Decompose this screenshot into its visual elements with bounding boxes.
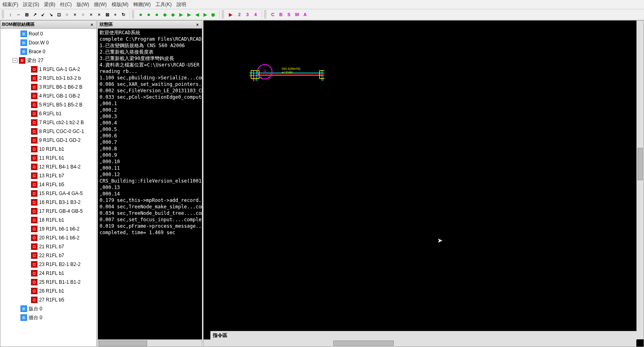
status-line: completed, time= 1.469 sec <box>100 229 200 236</box>
tree-label[interactable]: 24 R1FL b1 <box>39 270 64 276</box>
toolbar-grip[interactable] <box>264 10 266 19</box>
status-scrollbar-horizontal[interactable] <box>98 339 202 347</box>
status-line: ,000.10 <box>100 158 200 165</box>
menu-item[interactable]: 柱(C) <box>60 1 72 8</box>
toolbar-button[interactable]: B <box>277 10 285 19</box>
toolbar-grip[interactable] <box>132 10 134 19</box>
expand-icon[interactable]: − <box>12 58 17 63</box>
tree-label[interactable]: 26 R1FL b1 <box>39 288 64 294</box>
toolbar-button[interactable]: C <box>269 10 277 19</box>
tree-label[interactable]: 14 R1FL b5 <box>39 182 64 187</box>
toolbar-grip[interactable] <box>2 10 4 19</box>
toolbar-grip[interactable] <box>222 10 224 19</box>
toolbar-button[interactable]: ■ <box>137 10 145 19</box>
tree-label[interactable]: 21 R1FL b7 <box>39 244 64 249</box>
tree-label[interactable]: 7 R1FL cb2-1 b2-2 B <box>39 120 84 125</box>
tree-label[interactable]: 牆台 0 <box>29 314 42 321</box>
toolbar-button[interactable]: ▶ <box>185 10 193 19</box>
tree-label[interactable]: 9 R1FL GD-1 GD-2 <box>39 137 81 143</box>
drawing-canvas[interactable]: GD-1(50x70)a=2160GD-2(50x70)a=2160GD-3(5… <box>204 21 324 81</box>
tree-label[interactable]: 18 R1FL b1 <box>39 217 64 223</box>
toolbar-button[interactable]: S <box>285 10 293 19</box>
tree-label[interactable]: 梁台 27 <box>27 57 44 64</box>
menu-item[interactable]: 說明 <box>177 1 186 8</box>
tree-label[interactable]: Door.W 0 <box>29 40 49 46</box>
node-icon: ⊡ <box>31 181 37 188</box>
tree-label[interactable]: 25 R1FL B1-1 B1-2 <box>39 279 81 285</box>
menu-item[interactable]: 牆(W) <box>94 1 106 8</box>
toolbar-button[interactable]: ▶ <box>201 10 209 19</box>
toolbar-button[interactable]: ◆ <box>161 10 169 19</box>
node-icon: ⊡ <box>31 93 37 99</box>
tree-label[interactable]: 2 R1FL b3-1 b3-2 b <box>39 75 81 81</box>
menu-item[interactable]: 版(W) <box>77 1 89 8</box>
tree-label[interactable]: 版台 0 <box>29 305 42 312</box>
play-button[interactable]: ▶ <box>226 10 235 19</box>
menu-item[interactable]: 模版(M) <box>112 1 129 8</box>
toolbar-button[interactable]: ◀ <box>193 10 201 19</box>
status-line: ,000.11 <box>100 165 200 171</box>
toolbar-button[interactable]: ⊠ <box>103 10 111 19</box>
toolbar-button[interactable]: 4 <box>251 10 260 19</box>
toolbar-button[interactable]: × <box>71 10 79 19</box>
tree-label[interactable]: 8 R1FL CGC-0 GC-1 <box>39 129 84 134</box>
status-line: 0.034 sec,TreeNode_build_tree....complet… <box>100 210 200 216</box>
tree-label[interactable]: 10 R1FL b1 <box>39 146 64 152</box>
toolbar-button[interactable]: ▶ <box>177 10 185 19</box>
node-icon: ⊡ <box>31 217 37 223</box>
close-icon[interactable]: × <box>89 22 95 27</box>
status-line: ,000.7 <box>100 139 200 145</box>
toolbar-button[interactable]: ■ <box>145 10 153 19</box>
tree-label[interactable]: 12 R1FL B4-1 B4-2 <box>39 164 81 170</box>
tree-label[interactable]: 3 R1FL B6-1 B6-2 B <box>39 84 83 90</box>
tree-label[interactable]: 17 R1FL GB-4 GB-5 <box>39 208 83 214</box>
node-icon: ⊡ <box>31 261 37 268</box>
tree-label[interactable]: 20 R1FL b6-1 b6-2 <box>39 235 79 241</box>
toolbar-button[interactable]: ↘ <box>47 10 55 19</box>
toolbar-button[interactable]: ↔ <box>15 10 23 19</box>
toolbar-button[interactable]: ■ <box>153 10 161 19</box>
tree-label[interactable]: 1 R1FL GA-1 GA-2 <box>39 66 80 72</box>
tree-label[interactable]: 16 R1FL B3-1 B3-2 <box>39 199 81 205</box>
tree-label[interactable]: 11 R1FL b1 <box>39 155 64 161</box>
toolbar-button[interactable]: W <box>293 10 301 19</box>
toolbar-button[interactable]: ◆ <box>169 10 177 19</box>
toolbar-button[interactable]: ↕ <box>6 10 15 19</box>
toolbar-button[interactable]: 3 <box>243 10 251 19</box>
command-bar[interactable]: 指令區 <box>210 331 637 340</box>
tree-label[interactable]: 27 R1FL b5 <box>39 297 64 303</box>
menu-item[interactable]: 檔案(F) <box>2 1 18 8</box>
close-icon[interactable]: × <box>195 22 200 27</box>
canvas-scrollbar-horizontal[interactable] <box>204 339 636 347</box>
toolbar-button[interactable]: ↙ <box>39 10 47 19</box>
toolbar-button[interactable]: × <box>95 10 103 19</box>
tree-label[interactable]: 22 R1FL b7 <box>39 253 64 258</box>
menu-item[interactable]: 設定(S) <box>23 1 39 8</box>
toolbar-button[interactable]: × <box>87 10 95 19</box>
toolbar-button[interactable]: ↻ <box>119 10 127 19</box>
tree-label[interactable]: 13 R1FL b7 <box>39 173 64 179</box>
toolbar-button[interactable]: ↗ <box>31 10 39 19</box>
canvas-scrollbar-vertical[interactable] <box>636 21 644 339</box>
tree-label[interactable]: 23 R1FL B2-1 B2-2 <box>39 262 81 267</box>
tree-label[interactable]: 4 R1FL GB-1 GB-2 <box>39 93 80 99</box>
menu-item[interactable]: 工具(K) <box>156 1 172 8</box>
bom-tree[interactable]: ⊞Roof 0⊞Door.W 0⊞Brace 0−⊞梁台 27⊡1 R1FL G… <box>0 29 96 347</box>
menu-item[interactable]: 轉圖(W) <box>133 1 151 8</box>
toolbar-button[interactable]: ◉ <box>209 10 217 19</box>
tree-label[interactable]: 19 R1FL b6-1 b6-2 <box>39 226 79 232</box>
toolbar-button[interactable]: A <box>301 10 309 19</box>
tree-label[interactable]: 6 R1FL b1 <box>39 111 62 116</box>
tree-label[interactable]: Roof 0 <box>29 31 43 37</box>
toolbar-button[interactable]: ○ <box>79 10 87 19</box>
toolbar-button[interactable]: ⊞ <box>23 10 31 19</box>
menu-item[interactable]: 梁(B) <box>44 1 55 8</box>
toolbar-button[interactable]: + <box>111 10 119 19</box>
toolbar-button[interactable]: ⊡ <box>55 10 63 19</box>
toolbar-button[interactable]: 2 <box>235 10 243 19</box>
tree-label[interactable]: Brace 0 <box>29 49 45 54</box>
tree-label[interactable]: 15 R1FL GA-4 GA-5 <box>39 191 83 196</box>
tree-label[interactable]: 5 R1FL B5-1 B5-2 B <box>39 102 83 108</box>
toolbar-button[interactable]: ○ <box>63 10 71 19</box>
status-line: ,000.6 <box>100 133 200 139</box>
